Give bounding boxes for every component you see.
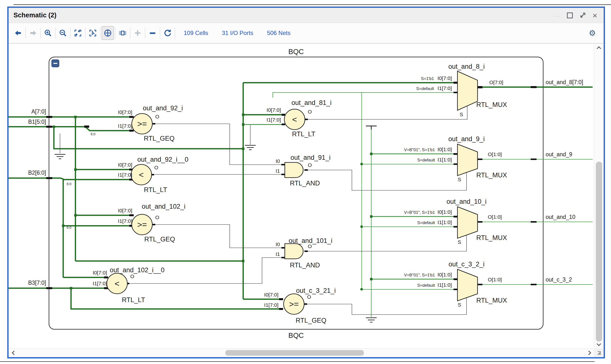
pin-i1: I1[7:0] bbox=[118, 172, 132, 178]
pin-i0: I0[1:0] bbox=[438, 209, 452, 215]
pin-o: O bbox=[308, 243, 312, 249]
bus-slice-3: 6:0 bbox=[67, 226, 71, 229]
pin-o: O[1:0] bbox=[488, 214, 502, 220]
net-junctions bbox=[53, 114, 372, 290]
pin-i1: I1[7:0] bbox=[118, 218, 132, 224]
op-glyph: >= bbox=[137, 119, 147, 129]
cell-type: RTL_LT bbox=[292, 130, 315, 138]
cell-out_and_10_i[interactable]: out_and_10_i RTL_MUX I0[1:0] I1[1:0] V=B… bbox=[404, 198, 507, 245]
minus-icon bbox=[53, 63, 57, 64]
bus-slice-2: 6:0 bbox=[67, 182, 71, 186]
forward-button[interactable] bbox=[27, 26, 39, 40]
cell-out_and_81_i[interactable]: < out_and_81_i RTL_LT I0[7:0] I1[7:0] O bbox=[267, 99, 332, 138]
cell-out_and_101_i[interactable]: out_and_101_i RTL_AND I0 I1 O bbox=[275, 237, 332, 269]
cell-type: RTL_LT bbox=[122, 296, 145, 304]
cell-type: RTL_LT bbox=[144, 186, 167, 194]
ground-symbol-1 bbox=[54, 154, 65, 159]
output-net-labels: out_and_8[7:0] out_and_9 out_and_10 out_… bbox=[546, 79, 583, 283]
zoom-fit-button[interactable] bbox=[72, 26, 84, 40]
cell-out_and_9_i[interactable]: out_and_9_i RTL_MUX I0[1:0] I1[1:0] V=B"… bbox=[404, 135, 507, 182]
resize-grip[interactable] bbox=[594, 348, 604, 357]
horizontal-scrollbar-thumb[interactable] bbox=[225, 350, 364, 356]
cell-type: RTL_AND bbox=[290, 180, 320, 187]
pin-i1: I1[7:0] bbox=[264, 302, 278, 308]
cell-type: RTL_MUX bbox=[476, 234, 507, 241]
cell-out_and_102_i[interactable]: >= out_and_102_i RTL_GEQ I0[7:0] I1[7:0]… bbox=[118, 203, 186, 243]
expand-cone-button[interactable] bbox=[117, 26, 129, 40]
collapse-module-button[interactable] bbox=[52, 60, 59, 67]
pin-i1: I1 bbox=[275, 168, 280, 174]
cell-type: RTL_GEQ bbox=[144, 135, 175, 142]
float-window-icon[interactable] bbox=[579, 12, 586, 19]
port-b1: B1[5:0] bbox=[28, 119, 46, 125]
titlebar-more-icon[interactable]: ..... bbox=[554, 13, 560, 17]
back-button[interactable] bbox=[12, 26, 24, 40]
pin-i1: I1[7:0] bbox=[438, 85, 452, 91]
maximize-icon[interactable] bbox=[567, 13, 573, 18]
op-glyph: >= bbox=[289, 299, 299, 309]
pin-o: O bbox=[307, 294, 311, 300]
schematic-canvas[interactable]: BQC BQC bbox=[9, 44, 604, 357]
toolbar: 109 Cells 31 I/O Ports 506 Nets ⚙ bbox=[9, 23, 604, 44]
select-annotation-i0: V=B"01", S=1'b1 bbox=[404, 210, 435, 215]
pin-s: S bbox=[458, 177, 461, 182]
nets-count-link[interactable]: 506 Nets bbox=[267, 30, 290, 37]
cell-out_and_91_i[interactable]: out_and_91_i RTL_AND I0 I1 O bbox=[275, 154, 330, 187]
cell-out_c_3_2_i[interactable]: out_c_3_2_i RTL_MUX I0[1:0] I1[1:0] V=B"… bbox=[404, 260, 507, 308]
cell-out_c_3_21_i[interactable]: >= out_c_3_21_i RTL_GEQ I0[7:0] I1[7:0] … bbox=[264, 287, 336, 324]
const-driver-icon bbox=[366, 126, 377, 130]
cell-type: RTL_MUX bbox=[476, 171, 507, 179]
cell-title: out_and_92_i bbox=[143, 104, 183, 112]
select-annotation-i1: S=default bbox=[417, 221, 435, 225]
autofit-selection-button[interactable] bbox=[102, 26, 114, 40]
scroll-down-icon[interactable] bbox=[597, 341, 601, 346]
select-annotation-i0: V=B"01", S=1'b1 bbox=[404, 147, 435, 152]
cell-title: out_c_3_2_i bbox=[448, 260, 484, 268]
settings-gear-icon[interactable]: ⚙ bbox=[589, 28, 596, 38]
cell-title: out_and_9_i bbox=[448, 135, 485, 143]
cell-title: out_and_10_i bbox=[447, 198, 487, 205]
pin-i1: I1[7:0] bbox=[93, 281, 107, 286]
zoom-in-button[interactable] bbox=[42, 26, 54, 40]
pin-i0: I0[1:0] bbox=[438, 272, 452, 277]
pin-s: S bbox=[460, 112, 463, 117]
pin-o: O bbox=[155, 114, 159, 119]
ground-symbol-2 bbox=[245, 145, 256, 150]
pin-o: O bbox=[308, 109, 312, 115]
cell-out_and_92_i[interactable]: >= out_and_92_i RTL_GEQ I0[7:0] I1[7:0] … bbox=[118, 104, 183, 142]
remove-button[interactable] bbox=[147, 26, 159, 40]
add-button[interactable] bbox=[132, 26, 144, 40]
cell-type: RTL_GEQ bbox=[296, 317, 326, 324]
cell-title: out_and_102_i bbox=[142, 203, 186, 210]
pin-o: O bbox=[155, 215, 159, 220]
cell-title: out_and_91_i bbox=[290, 154, 331, 161]
vertical-scrollbar[interactable] bbox=[594, 44, 604, 348]
refresh-button[interactable] bbox=[161, 26, 174, 40]
cell-out_and_102_i__0[interactable]: < out_and_102_i__0 RTL_LT I0[7:0] I1[7:0… bbox=[93, 266, 164, 304]
io-ports-count-link[interactable]: 31 I/O Ports bbox=[222, 30, 253, 37]
zoom-out-button[interactable] bbox=[57, 26, 69, 40]
horizontal-scrollbar[interactable] bbox=[9, 348, 594, 357]
net-out_and_8: out_and_8[7:0] bbox=[546, 79, 583, 85]
pin-o: O bbox=[154, 165, 158, 170]
scroll-left-icon[interactable] bbox=[12, 351, 16, 355]
ground-symbol-3 bbox=[366, 318, 377, 322]
titlebar: Schematic (2) ..... × bbox=[9, 8, 604, 23]
scroll-up-icon[interactable] bbox=[597, 46, 601, 51]
op-glyph: < bbox=[292, 115, 297, 124]
scroll-right-icon[interactable] bbox=[586, 351, 591, 355]
pin-i0: I0[7:0] bbox=[438, 75, 452, 81]
bus-slice-1: 6:0 bbox=[91, 132, 95, 136]
cell-type: RTL_MUX bbox=[476, 297, 507, 304]
pin-i1: I1[1:0] bbox=[438, 282, 452, 288]
select-annotation-i1: S=default bbox=[417, 283, 435, 288]
pin-o: O bbox=[308, 162, 312, 168]
select-annotation-i0: V=B"01", S=1'b1 bbox=[404, 273, 435, 277]
zoom-to-selection-button[interactable] bbox=[87, 26, 99, 40]
vertical-scrollbar-thumb[interactable] bbox=[596, 162, 602, 341]
cells-count-link[interactable]: 109 Cells bbox=[184, 30, 208, 37]
cell-title: out_and_8_i bbox=[448, 63, 485, 70]
cell-out_and_8_i[interactable]: out_and_8_i RTL_MUX I0[7:0] I1[7:0] S=1'… bbox=[416, 63, 507, 117]
close-icon[interactable]: × bbox=[592, 13, 597, 18]
select-annotation-i1: S=default bbox=[416, 86, 434, 91]
